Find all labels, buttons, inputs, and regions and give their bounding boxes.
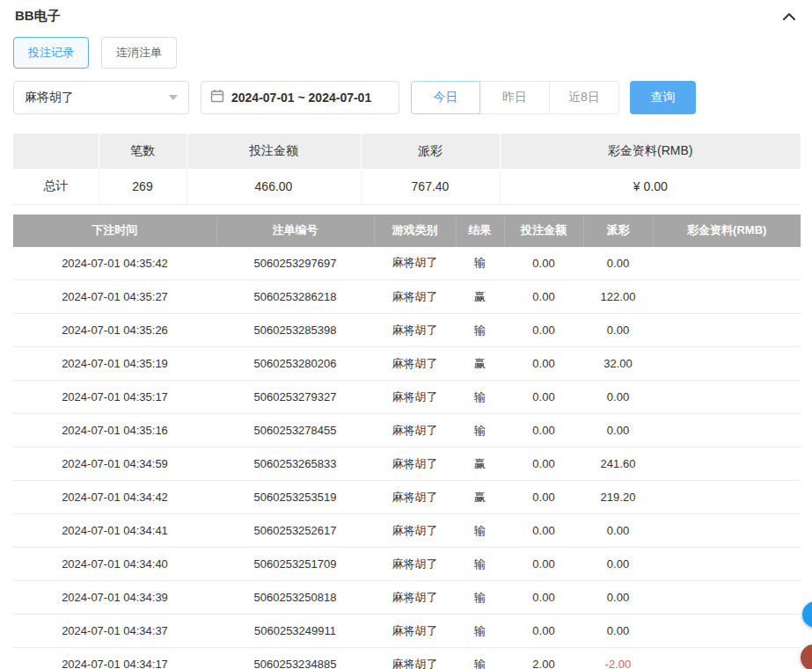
cell-bet-time: 2024-07-01 04:34:41 [13,514,216,548]
header-result: 结果 [456,215,504,247]
cell-game-type: 麻将胡了 [374,648,456,669]
game-select-value: 麻将胡了 [25,90,74,105]
collapse-panel-button[interactable] [779,6,799,26]
summary-table: 笔数 投注金额 派彩 彩金资料(RMB) 总计 269 466.00 767.4… [13,134,801,205]
cell-game-type: 麻将胡了 [374,447,456,481]
bet-table-header-row: 下注时间 注单编号 游戏类别 结果 投注金额 派彩 彩金资料(RMB) [13,215,801,247]
cell-jackpot [653,347,801,381]
cell-game-type: 麻将胡了 [374,247,456,280]
cell-jackpot [653,614,801,648]
cell-result: 输 [456,614,504,648]
cell-order-number: 5060253251709 [216,548,374,581]
cell-bet-amount-link[interactable]: 0.00 [504,581,583,614]
header-bet-amount: 投注金额 [504,215,583,247]
tab-cancelled-orders[interactable]: 连消注单 [101,37,177,69]
cell-result: 输 [456,414,504,447]
cell-order-number: 5060253278455 [216,414,374,447]
cell-bet-amount-link[interactable]: 0.00 [504,548,583,581]
bet-row: 2024-07-01 04:35:42 5060253297697 麻将胡了 输… [13,247,801,280]
cell-game-type: 麻将胡了 [374,314,456,347]
cell-bet-time: 2024-07-01 04:35:27 [13,280,216,314]
summary-bet-amount-value: 466.00 [187,169,361,204]
cell-bet-amount-link[interactable]: 0.00 [504,514,583,548]
game-select[interactable]: 麻将胡了 [13,81,189,114]
cell-bet-time: 2024-07-01 04:34:59 [13,447,216,481]
bet-row: 2024-07-01 04:34:42 5060253253519 麻将胡了 赢… [13,481,801,514]
cell-bet-time: 2024-07-01 04:34:17 [13,648,216,669]
cell-bet-amount-link[interactable]: 0.00 [504,381,583,414]
cell-payout: 219.20 [583,481,653,514]
cell-game-type: 麻将胡了 [374,481,456,514]
cell-bet-amount-link[interactable]: 0.00 [504,314,583,347]
cell-order-number: 5060253285398 [216,314,374,347]
cell-result: 输 [456,581,504,614]
cell-bet-amount-link[interactable]: 0.00 [504,414,583,447]
cell-bet-amount-link[interactable]: 0.00 [504,347,583,381]
panel-title: BB电子 [15,8,61,25]
record-type-tabs: 投注记录 连消注单 [13,37,801,69]
quick-today-button[interactable]: 今日 [411,81,480,114]
cell-bet-amount-link[interactable]: 0.00 [504,481,583,514]
cell-game-type: 麻将胡了 [374,414,456,447]
bet-row: 2024-07-01 04:35:27 5060253286218 麻将胡了 赢… [13,280,801,314]
header-order-number: 注单编号 [216,215,374,247]
cell-bet-amount-link[interactable]: 0.00 [504,280,583,314]
cell-bet-time: 2024-07-01 04:34:42 [13,481,216,514]
cell-payout: 0.00 [583,514,653,548]
cell-bet-amount-link[interactable]: 0.00 [504,247,583,280]
cell-bet-time: 2024-07-01 04:34:40 [13,548,216,581]
cell-result: 输 [456,247,504,280]
cell-game-type: 麻将胡了 [374,514,456,548]
summary-header-payout: 派彩 [361,134,500,169]
cell-payout: 0.00 [583,381,653,414]
calendar-icon [210,89,224,106]
bet-row: 2024-07-01 04:34:17 5060253234885 麻将胡了 输… [13,648,801,669]
bet-row: 2024-07-01 04:34:37 5060253249911 麻将胡了 输… [13,614,801,648]
quick-date-group: 今日 昨日 近8日 [411,81,619,114]
header-bet-time: 下注时间 [13,215,216,247]
cell-jackpot [653,548,801,581]
panel-header: BB电子 [13,4,801,26]
cell-jackpot [653,514,801,548]
cell-bet-amount-link[interactable]: 2.00 [504,648,583,669]
header-payout: 派彩 [583,215,653,247]
summary-header-blank [13,134,99,169]
date-range-picker[interactable]: 2024-07-01 ~ 2024-07-01 [201,81,399,114]
cell-game-type: 麻将胡了 [374,548,456,581]
filter-bar: 麻将胡了 2024-07-01 ~ 2024-07-01 今日 昨日 近8日 查… [13,81,801,114]
tab-bet-records[interactable]: 投注记录 [13,37,89,69]
cell-payout: 0.00 [583,314,653,347]
cell-order-number: 5060253265833 [216,447,374,481]
header-game-type: 游戏类别 [374,215,456,247]
summary-header-bet-amount: 投注金额 [187,134,361,169]
bet-row: 2024-07-01 04:35:19 5060253280206 麻将胡了 赢… [13,347,801,381]
cell-payout: 32.00 [583,347,653,381]
cell-result: 输 [456,314,504,347]
bet-row: 2024-07-01 04:34:39 5060253250818 麻将胡了 输… [13,581,801,614]
summary-header-row: 笔数 投注金额 派彩 彩金资料(RMB) [13,134,801,169]
cell-bet-time: 2024-07-01 04:34:37 [13,614,216,648]
cell-result: 赢 [456,447,504,481]
quick-yesterday-button[interactable]: 昨日 [480,81,550,114]
cell-payout: 0.00 [583,581,653,614]
bet-row: 2024-07-01 04:34:59 5060253265833 麻将胡了 赢… [13,447,801,481]
cell-bet-amount-link[interactable]: 0.00 [504,614,583,648]
cell-jackpot [653,414,801,447]
cell-order-number: 5060253286218 [216,280,374,314]
cell-result: 输 [456,381,504,414]
chevron-down-icon [169,95,178,100]
quick-last8days-button[interactable]: 近8日 [550,81,619,114]
bet-row: 2024-07-01 04:35:16 5060253278455 麻将胡了 输… [13,414,801,447]
cell-order-number: 5060253249911 [216,614,374,648]
search-button[interactable]: 查询 [630,81,696,114]
cell-result: 输 [456,648,504,669]
cell-bet-time: 2024-07-01 04:35:26 [13,314,216,347]
cell-jackpot [653,381,801,414]
cell-jackpot [653,481,801,514]
cell-payout: 0.00 [583,247,653,280]
cell-bet-amount-link[interactable]: 0.00 [504,447,583,481]
bet-records-table: 下注时间 注单编号 游戏类别 结果 投注金额 派彩 彩金资料(RMB) 2024… [13,215,801,669]
bet-table-body: 2024-07-01 04:35:42 5060253297697 麻将胡了 输… [13,247,801,669]
cell-payout: -2.00 [583,648,653,669]
cell-result: 输 [456,548,504,581]
